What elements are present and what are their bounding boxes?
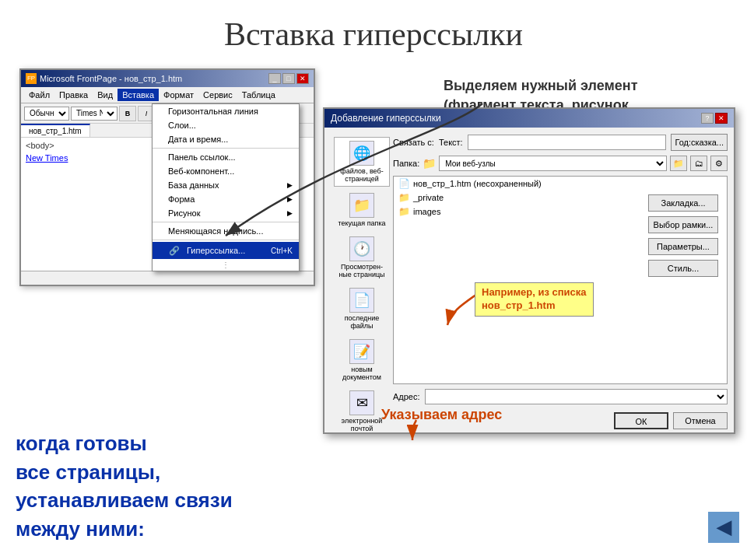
menu-file[interactable]: Файл <box>24 89 54 101</box>
fp-maximize-btn[interactable]: □ <box>282 73 295 84</box>
annotation-bottom-line4: между ними: <box>16 517 145 541</box>
page-title: Вставка гиперссылки <box>0 0 747 53</box>
dlg-sidebar-history[interactable]: 🕐 Просмотрен-ные страницы <box>334 233 390 282</box>
menu-horiz-line-label: Горизонтальная линия <box>168 107 258 116</box>
dlg-file-name-1: нов_стр_1.htm (несохраненный) <box>413 179 542 188</box>
dlg-sidebar-web-label: файлов, веб-страницей <box>336 167 388 183</box>
dlg-help-btn[interactable]: ? <box>701 113 714 124</box>
fp-titlebar-buttons: _ □ ✕ <box>268 73 309 84</box>
dialog-example-text: Например, из списканов_стр_1.htm <box>482 286 587 311</box>
dlg-newdoc-icon: 📝 <box>349 339 374 364</box>
dlg-sidebar-web[interactable]: 🌐 файлов, веб-страницей <box>334 137 390 187</box>
dlg-file-item-1[interactable]: 📄 нов_стр_1.htm (несохраненный) <box>394 177 727 191</box>
dlg-style-btn[interactable]: Стиль... <box>648 260 718 277</box>
dlg-file-icon-3: 📁 <box>398 206 410 217</box>
dlg-titlebar-buttons: ? ✕ <box>701 113 728 124</box>
menu-hyperlink-label: Гиперссылка... <box>187 246 245 255</box>
dlg-addr-dropdown[interactable] <box>425 389 728 404</box>
menu-database[interactable]: База данных ▶ <box>153 178 299 192</box>
dlg-text-row: Связать с: Текст: Год:сказка... <box>393 134 728 151</box>
nav-back-btn[interactable]: ◀ <box>708 512 739 543</box>
dlg-sidebar-recent[interactable]: 📄 последние файлы <box>334 285 390 333</box>
dlg-recent-icon: 📄 <box>349 288 374 313</box>
dlg-frame-btn[interactable]: Выбор рамки... <box>648 216 718 233</box>
menu-edit[interactable]: Правка <box>54 89 93 101</box>
menu-format[interactable]: Формат <box>159 89 198 101</box>
dlg-close-btn[interactable]: ✕ <box>715 113 728 124</box>
dlg-file-icon-2: 📁 <box>398 192 410 203</box>
dlg-email-icon: ✉ <box>349 390 374 415</box>
fp-statusbar <box>21 271 314 285</box>
dlg-sidebar-recent-label: последние файлы <box>335 314 388 330</box>
dlg-folder-dropdown[interactable]: Мои веб-узлы <box>439 156 667 171</box>
menu-datetime[interactable]: Дата и время... <box>153 132 299 146</box>
dlg-sidebar-folder-label: текущая папка <box>338 219 385 227</box>
menu-form-arrow: ▶ <box>287 195 293 203</box>
menu-expand[interactable]: ⋮ <box>153 259 299 271</box>
dlg-web-icon: 🌐 <box>349 141 374 166</box>
dlg-sidebar-folder[interactable]: 📁 текущая папка <box>334 190 390 230</box>
menu-view[interactable]: Вид <box>93 89 117 101</box>
content-area: FP Microsoft FrontPage - нов_стр_1.htm _… <box>0 61 747 551</box>
hyperlink-icon: 🔗 <box>168 244 181 257</box>
menu-sep1 <box>153 148 299 149</box>
dlg-main-content: Связать с: Текст: Год:сказка... Папка: 📁… <box>393 134 728 429</box>
fp-tab-active[interactable]: нов_стр_1.htm <box>21 124 90 137</box>
dlg-svyazat-label: Связать с: <box>393 138 434 147</box>
dlg-folder-up-btn[interactable]: 📁 <box>670 156 687 171</box>
menu-picture[interactable]: Рисунок ▶ <box>153 206 299 220</box>
dlg-file-icon-1: 📄 <box>398 178 410 189</box>
fp-titlebar-left: FP Microsoft FrontPage - нов_стр_1.htm <box>26 73 182 84</box>
menu-form-label: Форма <box>168 194 195 204</box>
dlg-ok-btn[interactable]: ОК <box>614 412 668 429</box>
menu-linksbar-label: Панель ссылок... <box>168 152 236 162</box>
fp-close-btn[interactable]: ✕ <box>296 73 309 84</box>
menu-insert[interactable]: Вставка <box>117 89 159 101</box>
menu-layers-label: Слои... <box>168 121 196 130</box>
dlg-tekst-label: Текст: <box>439 138 463 147</box>
menu-linksbar[interactable]: Панель ссылок... <box>153 150 299 164</box>
dialog-example-annotation: Например, из списканов_стр_1.htm <box>475 282 594 317</box>
menu-hyperlink-shortcut: Ctrl+K <box>271 247 293 255</box>
fp-window-title: Microsoft FrontPage - нов_стр_1.htm <box>40 74 182 83</box>
menu-marquee-label: Меняющаяся надпись... <box>168 226 263 236</box>
menu-table[interactable]: Таблица <box>237 89 280 101</box>
menu-database-label: База данных <box>168 180 219 190</box>
fp-font-dropdown[interactable]: Times Ne... <box>71 107 117 121</box>
fp-bold-btn[interactable]: B <box>119 106 136 121</box>
dlg-text-input[interactable] <box>468 135 667 150</box>
dlg-papka-label: Папка: <box>393 159 419 168</box>
nav-back-arrow: ◀ <box>717 516 731 538</box>
menu-hyperlink[interactable]: 🔗 Гиперссылка... Ctrl+K <box>153 242 299 259</box>
menu-horiz-line[interactable]: Горизонтальная линия <box>153 104 299 118</box>
dlg-sidebar: 🌐 файлов, веб-страницей 📁 текущая папка … <box>331 134 393 429</box>
dlg-body: 🌐 файлов, веб-страницей 📁 текущая папка … <box>324 128 734 436</box>
dlg-sidebar-newdoc-label: новым документом <box>335 366 388 381</box>
annotation-bottom-line3: устанавливаем связи <box>16 488 233 512</box>
dlg-cancel-btn[interactable]: Отмена <box>673 412 728 429</box>
dlg-sidebar-history-label: Просмотрен-ные страницы <box>335 263 388 278</box>
menu-sep3 <box>153 240 299 240</box>
fp-minimize-btn[interactable]: _ <box>268 73 281 84</box>
dlg-sidebar-newdoc[interactable]: 📝 новым документом <box>334 336 390 384</box>
menu-service[interactable]: Сервис <box>198 89 237 101</box>
menu-sep2 <box>153 222 299 222</box>
menu-picture-label: Рисунок <box>168 208 201 218</box>
fp-style-dropdown[interactable]: Обычный <box>24 107 69 121</box>
menu-marquee[interactable]: Меняющаяся надпись... <box>153 224 299 238</box>
dlg-params-btn[interactable]: Параметры... <box>648 238 718 255</box>
dlg-folder-extra-btn[interactable]: ⚙ <box>710 156 728 171</box>
dlg-title: Добавление гиперссылки <box>331 113 441 124</box>
menu-layers[interactable]: Слои... <box>153 118 299 132</box>
menu-webcomponent[interactable]: Веб-компонент... <box>153 164 299 178</box>
dlg-folder-icon: 📁 <box>349 193 374 218</box>
dlg-godskazka-btn[interactable]: Год:сказка... <box>671 134 728 151</box>
menu-form[interactable]: Форма ▶ <box>153 192 299 206</box>
dlg-folder-row: Папка: 📁 Мои веб-узлы 📁 🗂 ⚙ <box>393 156 728 171</box>
fp-app-icon: FP <box>26 73 37 84</box>
dlg-folder-new-btn[interactable]: 🗂 <box>690 156 707 171</box>
menu-datetime-label: Дата и время... <box>168 135 228 144</box>
dlg-bookmark-btn[interactable]: Закладка... <box>648 194 718 212</box>
dlg-addr-row: Адрес: <box>393 389 728 404</box>
annotation-bottom-left: когда готовы все страницы, устанавливаем… <box>16 429 233 543</box>
